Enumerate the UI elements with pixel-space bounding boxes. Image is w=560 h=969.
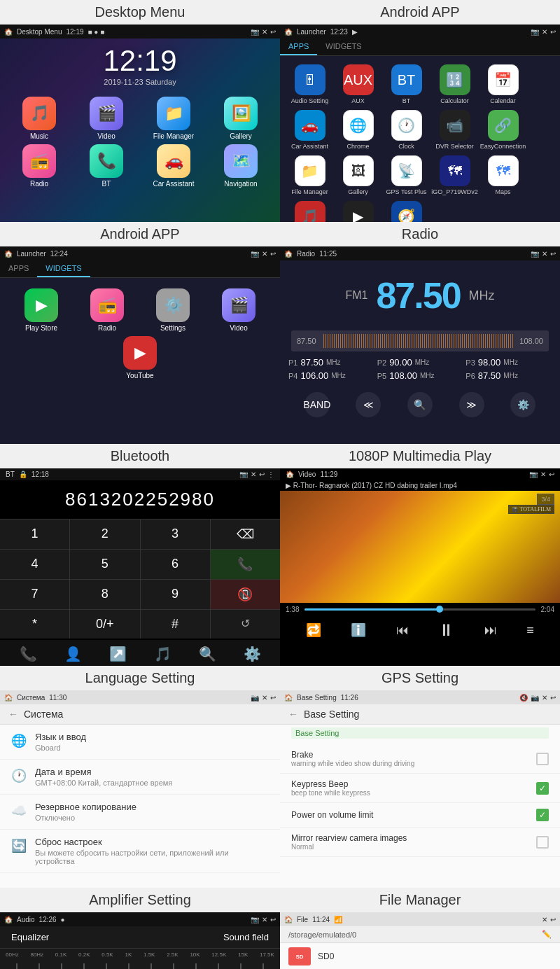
- widget-playstore[interactable]: ▶ Play Store: [13, 288, 69, 332]
- widget-settings[interactable]: ⚙️ Settings: [145, 288, 201, 332]
- android-app-clock[interactable]: 🕐 Clock: [384, 110, 429, 150]
- preset-p4[interactable]: P4 106.00 MHz: [288, 370, 374, 381]
- dial-endcall[interactable]: 📵: [211, 580, 280, 609]
- dial-9[interactable]: 9: [141, 580, 210, 609]
- android-app-aux[interactable]: AUX AUX: [335, 64, 381, 104]
- android-app-dvr[interactable]: 📹 DVR Selector: [432, 110, 477, 150]
- eq-slider-track-2[interactable]: [34, 963, 45, 969]
- android-home-icon-2[interactable]: 🏠: [4, 250, 13, 258]
- preset-p3[interactable]: P3 98.00 MHz: [465, 357, 552, 368]
- dial-refresh[interactable]: ↺: [211, 610, 280, 639]
- info-button[interactable]: ℹ️: [351, 622, 366, 638]
- dial-star[interactable]: *: [0, 610, 69, 639]
- bt-contacts-btn[interactable]: 👤: [64, 646, 82, 662]
- file-edit-icon[interactable]: ✏️: [542, 930, 552, 939]
- eq-slider-track-5[interactable]: [101, 963, 112, 969]
- android-home-icon-1[interactable]: 🏠: [284, 28, 293, 36]
- video-progress-bar[interactable]: 1:38 2:04: [280, 603, 560, 616]
- file-home-icon[interactable]: 🏠: [284, 916, 293, 923]
- app-bt[interactable]: 📞 BT: [78, 144, 134, 188]
- bt-settings-btn[interactable]: ⚙️: [244, 646, 261, 662]
- android-app-mx[interactable]: ▶ MX Player Pro: [335, 201, 381, 222]
- preset-p6[interactable]: P6 87.50 MHz: [465, 370, 552, 381]
- android-app-nav[interactable]: 🧭 Navigation: [384, 201, 429, 222]
- bt-answer-btn[interactable]: 📞: [20, 646, 37, 662]
- eq-slider-track-7[interactable]: [146, 963, 157, 969]
- eq-slider-track-1[interactable]: [11, 963, 22, 969]
- progress-track[interactable]: [304, 608, 535, 611]
- widget-youtube[interactable]: ▶ YouTube: [112, 336, 168, 379]
- eq-slider-track-4[interactable]: [78, 963, 90, 969]
- bt-transfer-btn[interactable]: ↗️: [109, 646, 127, 662]
- video-frame[interactable]: TOTALFILM 3/4 🎬TOTALFILM: [280, 491, 560, 603]
- dial-hash[interactable]: #: [141, 610, 210, 639]
- app-radio[interactable]: 📻 Radio: [11, 144, 67, 188]
- dial-7[interactable]: 7: [0, 580, 69, 609]
- android-app-car-assist[interactable]: 🚗 Car Assistant: [287, 110, 332, 150]
- brake-checkbox[interactable]: [536, 753, 549, 765]
- tab-widgets-2[interactable]: WIDGETS: [37, 260, 90, 277]
- widget-radio[interactable]: 📻 Radio: [79, 288, 135, 332]
- gps-mirror-item[interactable]: Mirror rearview camera images Normal: [280, 828, 560, 857]
- android-app-audio[interactable]: 🎚 Audio Setting: [287, 64, 332, 104]
- search-button[interactable]: 🔍: [407, 392, 433, 417]
- android-app-gallery[interactable]: 🖼 Gallery: [335, 155, 381, 195]
- lang-home-icon[interactable]: 🏠: [4, 694, 13, 702]
- android-app-bt[interactable]: BT BT: [384, 64, 429, 104]
- setting-reset[interactable]: 🔄 Сброс настроек Вы можете сбросить наст…: [0, 830, 280, 873]
- repeat-button[interactable]: 🔁: [306, 622, 321, 638]
- eq-slider-track-8[interactable]: [168, 963, 179, 969]
- android-app-calendar[interactable]: 📅 Calendar: [480, 64, 526, 104]
- video-home-icon[interactable]: 🏠: [286, 470, 294, 478]
- amp-home-icon[interactable]: 🏠: [4, 916, 13, 923]
- gps-poweron-item[interactable]: Power on volume limit ✓: [280, 803, 560, 828]
- dial-4[interactable]: 4: [0, 550, 69, 579]
- bt-menu-icon[interactable]: ⋮: [267, 470, 274, 478]
- eq-slider-track-11[interactable]: [235, 963, 246, 969]
- next-track-button[interactable]: ⏭: [484, 623, 497, 638]
- seek-back-button[interactable]: ≪: [356, 392, 381, 417]
- android-app-filemanager[interactable]: 📁 File Manager: [287, 155, 332, 195]
- keypress-checkbox[interactable]: ✓: [536, 782, 549, 795]
- tab-apps-2[interactable]: APPS: [0, 260, 37, 277]
- eq-slider-track-6[interactable]: [123, 963, 134, 969]
- playlist-button[interactable]: ≡: [526, 623, 534, 638]
- gps-home-icon[interactable]: 🏠: [284, 694, 293, 702]
- android-app-gps[interactable]: 📡 GPS Test Plus: [384, 155, 429, 195]
- poweron-checkbox[interactable]: ✓: [536, 809, 549, 821]
- android-app-igo[interactable]: 🗺 iGO_P719WDv2: [432, 155, 477, 195]
- gps-brake-item[interactable]: Brake warning while video show during dr…: [280, 744, 560, 774]
- gps-keypress-item[interactable]: Keypress Beep beep tone while keypress ✓: [280, 774, 560, 803]
- tab-apps-1[interactable]: APPS: [280, 39, 317, 55]
- gps-back-btn[interactable]: ←: [288, 709, 298, 720]
- dial-5[interactable]: 5: [70, 550, 139, 579]
- setting-language[interactable]: 🌐 Язык и ввод Gboard: [0, 725, 280, 760]
- widget-video[interactable]: 🎬 Video: [211, 288, 267, 332]
- home-icon[interactable]: 🏠: [4, 28, 13, 36]
- setting-backup[interactable]: ☁️ Резервное копирование Отключено: [0, 795, 280, 830]
- setting-datetime[interactable]: 🕐 Дата и время GMT+08:00 Китай, стандарт…: [0, 760, 280, 795]
- dial-6[interactable]: 6: [141, 550, 210, 579]
- band-button[interactable]: BAND: [304, 392, 330, 417]
- preset-p2[interactable]: P2 90.00 MHz: [377, 357, 463, 368]
- dial-backspace[interactable]: ⌫: [211, 520, 280, 549]
- app-video[interactable]: 🎬 Video: [78, 97, 134, 140]
- dial-0[interactable]: 0/+: [70, 610, 139, 639]
- bt-search-btn[interactable]: 🔍: [199, 646, 216, 662]
- eq-slider-track-12[interactable]: [258, 963, 269, 969]
- tab-widgets-1[interactable]: WIDGETS: [317, 39, 370, 55]
- prev-track-button[interactable]: ⏮: [396, 623, 409, 638]
- android-app-chrome[interactable]: 🌐 Chrome: [335, 110, 381, 150]
- file-item-sd0[interactable]: SD SD0: [280, 943, 560, 969]
- android-app-easyconn[interactable]: 🔗 EasyConnection: [480, 110, 526, 150]
- preset-p1[interactable]: P1 87.50 MHz: [288, 357, 374, 368]
- mirror-checkbox[interactable]: [536, 836, 549, 849]
- preset-p5[interactable]: P5 108.00 MHz: [377, 370, 463, 381]
- dial-call[interactable]: 📞: [211, 550, 280, 579]
- system-back-btn[interactable]: ←: [8, 709, 18, 720]
- dial-3[interactable]: 3: [141, 520, 210, 549]
- android-app-music[interactable]: 🎵 Music: [287, 201, 332, 222]
- dial-8[interactable]: 8: [70, 580, 139, 609]
- radio-settings-button[interactable]: ⚙️: [510, 392, 536, 417]
- seek-forward-button[interactable]: ≫: [459, 392, 484, 417]
